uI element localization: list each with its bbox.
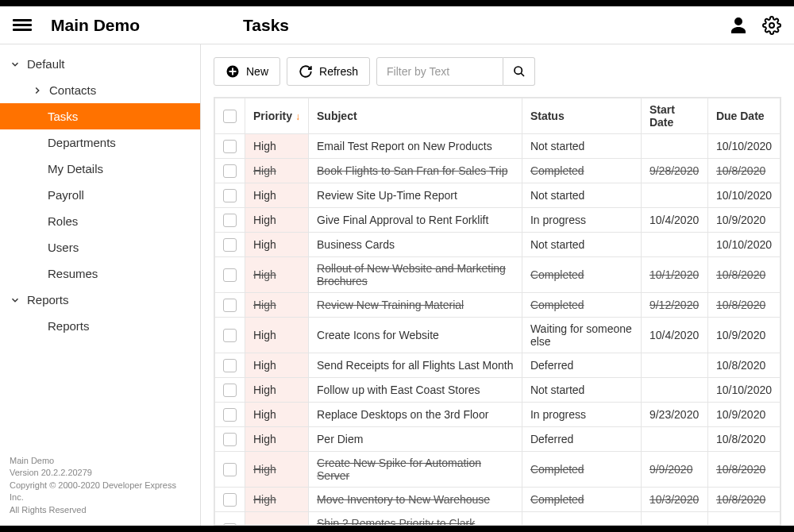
cell-subject: Business Cards (309, 233, 522, 257)
column-header-priority[interactable]: Priority↓ (245, 98, 309, 134)
cell-select (215, 257, 245, 293)
column-header-start-date[interactable]: Start Date (641, 98, 707, 134)
cell-due-date: 10/8/2020 (707, 488, 780, 512)
cell-due-date: 10/9/2020 (707, 403, 780, 427)
cell-status: Completed (522, 512, 641, 526)
column-header-select[interactable] (215, 98, 245, 134)
cell-priority: High (245, 488, 309, 512)
cell-status: Completed (522, 257, 641, 293)
sidebar-item-roles[interactable]: Roles (0, 208, 200, 234)
cell-priority: High (245, 427, 309, 452)
row-checkbox[interactable] (223, 359, 237, 372)
cell-subject: Replace Desktops on the 3rd Floor (309, 403, 522, 427)
gear-icon[interactable] (762, 16, 781, 35)
cell-priority: High (245, 257, 309, 293)
row-checkbox[interactable] (223, 189, 237, 202)
new-button[interactable]: New (214, 57, 280, 86)
nav-group-label: Default (27, 57, 65, 71)
plus-circle-icon (225, 64, 240, 79)
cell-priority: High (245, 159, 309, 183)
sidebar-item-resumes[interactable]: Resumes (0, 260, 200, 287)
cell-status: In progress (522, 403, 641, 427)
sidebar-item-tasks[interactable]: Tasks (0, 103, 200, 129)
table-row[interactable]: HighMove Inventory to New WarehouseCompl… (215, 488, 781, 512)
row-checkbox[interactable] (223, 463, 237, 476)
cell-select (215, 183, 245, 208)
table-row[interactable]: HighSend Receipts for all Flights Last M… (215, 353, 781, 378)
sidebar-item-my-details[interactable]: My Details (0, 156, 200, 182)
cell-priority: High (245, 403, 309, 427)
row-checkbox[interactable] (223, 329, 237, 342)
cell-select (215, 134, 245, 159)
cell-priority: High (245, 233, 309, 257)
new-button-label: New (246, 65, 268, 78)
task-grid[interactable]: Priority↓SubjectStatusStart DateDue Date… (214, 97, 781, 526)
row-checkbox[interactable] (223, 164, 237, 178)
sidebar-item-users[interactable]: Users (0, 234, 200, 260)
row-checkbox[interactable] (223, 523, 237, 526)
row-checkbox[interactable] (223, 384, 237, 397)
sidebar-item-contacts[interactable]: Contacts (0, 77, 200, 103)
cell-status: Not started (522, 378, 641, 403)
table-row[interactable]: HighFollow up with East Coast StoresNot … (215, 378, 781, 403)
cell-due-date: 10/9/2020 (707, 208, 780, 233)
cell-select (215, 452, 245, 488)
menu-toggle-button[interactable] (13, 16, 32, 35)
table-row[interactable]: HighGive Final Approval to Rent Forklift… (215, 208, 781, 233)
nav-group-default[interactable]: Default (0, 51, 200, 77)
cell-subject: Create New Spike for Automation Server (309, 452, 522, 488)
table-row[interactable]: HighPer DiemDeferred10/8/2020 (215, 427, 781, 452)
nav-group-reports[interactable]: Reports (0, 287, 200, 313)
user-icon[interactable] (729, 16, 748, 35)
cell-start-date (641, 233, 707, 257)
table-row[interactable]: HighBusiness CardsNot started10/10/2020 (215, 233, 781, 257)
row-checkbox[interactable] (223, 433, 237, 446)
row-checkbox[interactable] (223, 140, 237, 153)
sidebar-item-departments[interactable]: Departments (0, 129, 200, 156)
row-checkbox[interactable] (223, 493, 237, 507)
sidebar-footer: Main Demo Version 20.2.2.20279 Copyright… (0, 445, 200, 526)
select-all-checkbox[interactable] (223, 110, 237, 123)
table-row[interactable]: HighReview New Training MaterialComplete… (215, 293, 781, 318)
brand-title: Main Demo (51, 16, 140, 35)
cell-due-date: 10/8/2020 (707, 452, 780, 488)
search-button[interactable] (503, 57, 535, 86)
row-checkbox[interactable] (223, 299, 237, 312)
cell-subject: Review New Training Material (309, 293, 522, 318)
table-row[interactable]: HighRollout of New Website and Marketing… (215, 257, 781, 293)
sidebar-item-payroll[interactable]: Payroll (0, 182, 200, 208)
nav-item-label: Contacts (49, 83, 96, 97)
cell-select (215, 208, 245, 233)
cell-start-date: 9/12/2020 (641, 293, 707, 318)
table-row[interactable]: HighCreate New Spike for Automation Serv… (215, 452, 781, 488)
cell-due-date: 10/10/2020 (707, 233, 780, 257)
table-row[interactable]: HighBook Flights to San Fran for Sales T… (215, 159, 781, 183)
cell-select (215, 512, 245, 526)
row-checkbox[interactable] (223, 268, 237, 282)
column-header-subject[interactable]: Subject (309, 98, 522, 134)
table-row[interactable]: HighReplace Desktops on the 3rd FloorIn … (215, 403, 781, 427)
row-checkbox[interactable] (223, 214, 237, 227)
cell-subject: Email Test Report on New Products (309, 134, 522, 159)
filter-input[interactable] (376, 57, 503, 86)
cell-subject: Book Flights to San Fran for Sales Trip (309, 159, 522, 183)
nav-item-label: Tasks (48, 110, 78, 123)
column-header-due-date[interactable]: Due Date (707, 98, 780, 134)
table-row[interactable]: HighShip 2 Remotes Priority to Clark Mor… (215, 512, 781, 526)
table-row[interactable]: HighReview Site Up-Time ReportNot starte… (215, 183, 781, 208)
cell-status: Completed (522, 293, 641, 318)
row-checkbox[interactable] (223, 238, 237, 252)
refresh-button[interactable]: Refresh (287, 57, 370, 86)
cell-status: Deferred (522, 353, 641, 378)
table-row[interactable]: HighCreate Icons for WebsiteWaiting for … (215, 318, 781, 353)
cell-due-date: 10/8/2020 (707, 257, 780, 293)
cell-status: Deferred (522, 427, 641, 452)
column-header-status[interactable]: Status (522, 98, 641, 134)
table-row[interactable]: HighEmail Test Report on New ProductsNot… (215, 134, 781, 159)
sort-indicator-icon: ↓ (295, 111, 300, 122)
cell-priority: High (245, 134, 309, 159)
cell-select (215, 427, 245, 452)
row-checkbox[interactable] (223, 408, 237, 422)
cell-priority: High (245, 452, 309, 488)
sidebar-item-reports[interactable]: Reports (0, 313, 200, 339)
